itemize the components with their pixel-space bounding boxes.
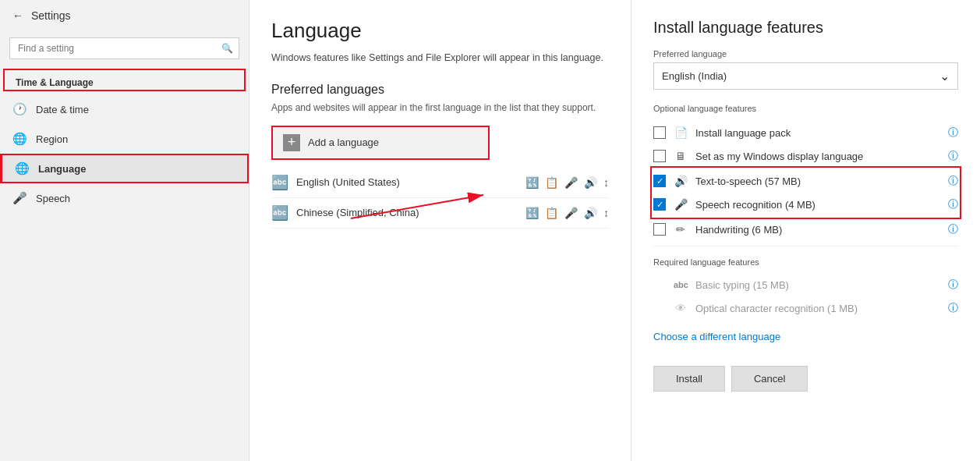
feature-basic-typing: abc Basic typing (15 MB) ⓘ: [653, 273, 958, 296]
feature-handwriting: ✏ Handwriting (6 MB) ⓘ: [653, 218, 958, 241]
add-language-button[interactable]: + Add a language: [271, 126, 490, 160]
checkbox-handwriting[interactable]: [653, 223, 666, 236]
sidebar-item-date-time[interactable]: 🕐 Date & time: [0, 94, 249, 124]
lang-action-sound-icon[interactable]: 🔊: [584, 176, 597, 189]
preferred-languages-desc: Apps and websites will appear in the fir…: [271, 101, 609, 115]
info-icon-basic-typing[interactable]: ⓘ: [948, 278, 958, 292]
lang-actions-en: 🔣 📋 🎤 🔊 ↕: [525, 176, 609, 189]
lang-action-mic-icon[interactable]: 🎤: [564, 176, 578, 189]
time-language-label: Time & Language: [16, 77, 94, 88]
feature-name-ocr: Optical character recognition (1 MB): [695, 303, 940, 314]
feature-name-basic-typing: Basic typing (15 MB): [695, 279, 940, 291]
annotation-arrows: [249, 0, 631, 461]
checkbox-install-lang-pack[interactable]: [653, 126, 666, 139]
feature-name-lang-pack: Install language pack: [695, 127, 940, 139]
highlighted-speech-features: ✓ 🔊 Text-to-speech (57 MB) ⓘ ✓ 🎤 Speech …: [653, 169, 958, 216]
speech-rec-icon: 🎤: [674, 198, 688, 211]
divider: [653, 246, 958, 246]
optional-features-label: Optional language features: [653, 104, 958, 113]
sidebar-header: ← Settings: [0, 0, 249, 31]
handwriting-icon: ✏: [674, 223, 688, 236]
install-features-title: Install language features: [653, 19, 958, 37]
info-icon-tts[interactable]: ⓘ: [948, 174, 958, 188]
language-icon: 🌐: [15, 161, 29, 176]
checkbox-tts[interactable]: ✓: [653, 175, 666, 187]
feature-name-handwriting: Handwriting (6 MB): [695, 224, 940, 236]
required-features-label: Required language features: [653, 257, 958, 267]
date-time-icon: 🕐: [12, 102, 27, 116]
cancel-button[interactable]: Cancel: [731, 366, 808, 392]
lang-name-en: English (United States): [296, 176, 518, 188]
lang-action-mic2-icon[interactable]: 🎤: [564, 207, 578, 219]
info-icon-lang-pack[interactable]: ⓘ: [948, 126, 958, 140]
sidebar-item-label-language: Language: [38, 163, 86, 175]
lang-action-copy2-icon[interactable]: 📋: [545, 207, 558, 219]
region-icon: 🌐: [12, 132, 27, 146]
middle-panel: Language Windows features like Settings …: [249, 0, 632, 461]
feature-name-display-lang: Set as my Windows display language: [695, 151, 940, 162]
sidebar-item-label-region: Region: [36, 133, 68, 145]
lang-action-move-icon[interactable]: ↕: [603, 176, 609, 189]
tts-icon: 🔊: [674, 175, 688, 187]
install-button[interactable]: Install: [653, 366, 725, 392]
sidebar-item-speech[interactable]: 🎤 Speech: [0, 183, 249, 213]
lang-flag-icon-zh: 🔤: [271, 204, 288, 222]
page-desc: Windows features like Settings and File …: [271, 51, 609, 66]
action-buttons: Install Cancel: [653, 366, 958, 392]
sidebar-item-region[interactable]: 🌐 Region: [0, 124, 249, 154]
lang-action-copy-icon[interactable]: 📋: [545, 176, 558, 189]
right-panel: Install language features Preferred lang…: [632, 0, 980, 461]
preferred-languages-title: Preferred languages: [271, 83, 609, 97]
plus-icon: +: [283, 134, 300, 151]
lang-action-options-icon[interactable]: 🔣: [525, 176, 539, 189]
lang-action-move2-icon[interactable]: ↕: [603, 207, 609, 219]
sidebar-item-language[interactable]: 🌐 Language: [0, 154, 249, 183]
search-box: 🔍: [9, 37, 239, 59]
display-lang-icon: 🖥: [674, 150, 688, 162]
ocr-icon: 👁: [674, 302, 688, 314]
language-item-chinese: 🔤 Chinese (Simplified, China) 🔣 📋 🎤 🔊 ↕: [271, 198, 609, 229]
lang-name-zh: Chinese (Simplified, China): [296, 207, 518, 218]
feature-ocr: 👁 Optical character recognition (1 MB) ⓘ: [653, 296, 958, 320]
lang-actions-zh: 🔣 📋 🎤 🔊 ↕: [525, 207, 609, 219]
choose-different-language-link[interactable]: Choose a different language: [653, 331, 780, 342]
lang-flag-icon-en: 🔤: [271, 174, 288, 191]
feature-speech-recognition: ✓ 🎤 Speech recognition (4 MB) ⓘ: [653, 193, 958, 216]
sidebar: ← Settings 🔍 Time & Language 🕐 Date & ti…: [0, 0, 249, 461]
lang-action-options2-icon[interactable]: 🔣: [525, 207, 539, 219]
feature-name-speech-rec: Speech recognition (4 MB): [695, 199, 940, 211]
sidebar-title: Settings: [31, 9, 71, 22]
preferred-language-label: Preferred language: [653, 49, 958, 59]
add-language-label: Add a language: [308, 137, 379, 148]
search-input[interactable]: [9, 37, 239, 59]
sidebar-item-label-speech: Speech: [36, 193, 70, 204]
checkbox-display-lang[interactable]: [653, 150, 666, 162]
info-icon-speech-rec[interactable]: ⓘ: [948, 197, 958, 211]
lang-pack-icon: 📄: [674, 126, 688, 139]
feature-install-lang-pack: 📄 Install language pack ⓘ: [653, 121, 958, 144]
language-item-english-us: 🔤 English (United States) 🔣 📋 🎤 🔊 ↕: [271, 168, 609, 198]
sidebar-item-label-date-time: Date & time: [36, 104, 89, 115]
info-icon-ocr[interactable]: ⓘ: [948, 301, 958, 315]
checkbox-speech-rec[interactable]: ✓: [653, 198, 666, 211]
preferred-language-value: English (India): [662, 70, 727, 82]
time-language-section: Time & Language: [3, 69, 246, 91]
info-icon-handwriting[interactable]: ⓘ: [948, 222, 958, 236]
feature-tts: ✓ 🔊 Text-to-speech (57 MB) ⓘ: [653, 169, 958, 193]
back-button[interactable]: ←: [12, 9, 23, 22]
page-title: Language: [271, 19, 609, 43]
lang-action-sound2-icon[interactable]: 🔊: [584, 207, 597, 219]
chevron-down-icon: ⌄: [939, 69, 950, 83]
preferred-language-dropdown[interactable]: English (India) ⌄: [653, 62, 958, 90]
feature-display-lang: 🖥 Set as my Windows display language ⓘ: [653, 144, 958, 168]
feature-name-tts: Text-to-speech (57 MB): [695, 176, 940, 187]
search-icon: 🔍: [221, 43, 233, 54]
info-icon-display-lang[interactable]: ⓘ: [948, 149, 958, 163]
speech-icon: 🎤: [12, 191, 27, 205]
basic-typing-icon: abc: [674, 280, 688, 289]
